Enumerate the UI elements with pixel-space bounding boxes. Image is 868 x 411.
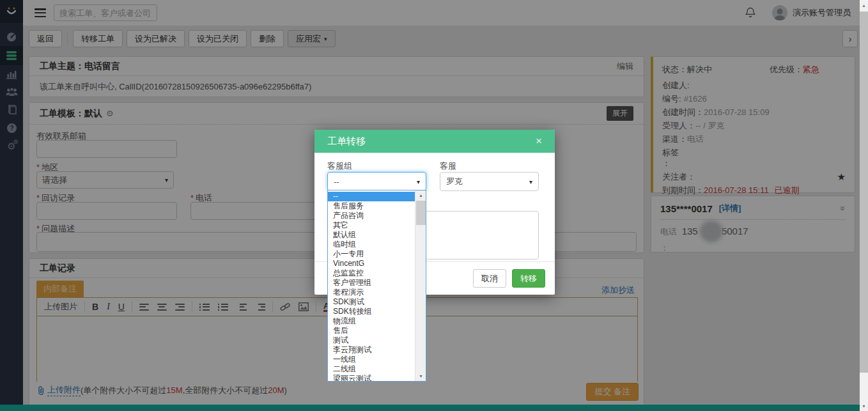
option-item[interactable]: 测试 xyxy=(328,336,415,345)
option-item[interactable]: 客户管理组 xyxy=(328,278,415,288)
scroll-up-icon[interactable]: ▲ xyxy=(860,1,868,10)
scroll-down-icon[interactable]: ▼ xyxy=(860,401,868,410)
option-item[interactable]: 临时组 xyxy=(328,240,415,249)
agent-group-option-list: -- 售后服务 产品咨询 其它 默认组 临时组 小一专用 VincentG 总监… xyxy=(327,190,426,382)
agent-select[interactable]: 罗克 ▾ xyxy=(440,172,539,191)
option-item[interactable]: 总监监控 xyxy=(328,268,415,278)
select-caret-icon: ▾ xyxy=(529,178,532,185)
option-item[interactable]: 售后服务 xyxy=(328,201,415,211)
option-item[interactable]: -- xyxy=(328,192,415,201)
select-caret-icon: ▾ xyxy=(417,178,420,185)
option-item[interactable]: 老程演示 xyxy=(328,288,415,297)
agent-group-select[interactable]: -- ▾ xyxy=(327,172,426,191)
agent-group-label: 客服组 xyxy=(327,160,352,172)
option-item[interactable]: 梁丽云测试 xyxy=(328,374,415,382)
option-item[interactable]: 产品咨询 xyxy=(328,211,415,221)
cancel-button[interactable]: 取消 xyxy=(473,269,506,288)
option-item[interactable]: 小一专用 xyxy=(328,249,415,259)
option-item[interactable]: 默认组 xyxy=(328,230,415,240)
option-item[interactable]: 售后 xyxy=(328,326,415,336)
scroll-up-icon[interactable]: ▲ xyxy=(415,190,426,200)
confirm-transfer-button[interactable]: 转移 xyxy=(512,269,545,288)
option-item[interactable]: SDK测试 xyxy=(328,297,415,307)
option-item[interactable]: 物流组 xyxy=(328,316,415,326)
modal-title: 工单转移 xyxy=(327,136,366,148)
dropdown-scrollbar[interactable]: ▲ ▼ xyxy=(415,190,426,381)
scroll-down-icon[interactable]: ▼ xyxy=(415,371,426,381)
option-item[interactable]: VincentG xyxy=(328,259,415,268)
dropdown-scroll-thumb[interactable] xyxy=(416,201,426,225)
option-item[interactable]: 二线组 xyxy=(328,364,415,374)
option-item[interactable]: 李云翔测试 xyxy=(328,345,415,355)
window-scrollbar[interactable]: ▲ ▼ xyxy=(860,0,868,411)
option-item[interactable]: SDK转接组 xyxy=(328,307,415,316)
option-item[interactable]: 其它 xyxy=(328,221,415,230)
agent-label: 客服 xyxy=(440,160,456,172)
option-item[interactable]: 一线组 xyxy=(328,355,415,364)
close-icon[interactable]: × xyxy=(536,135,542,148)
window-scroll-thumb[interactable] xyxy=(860,12,868,373)
